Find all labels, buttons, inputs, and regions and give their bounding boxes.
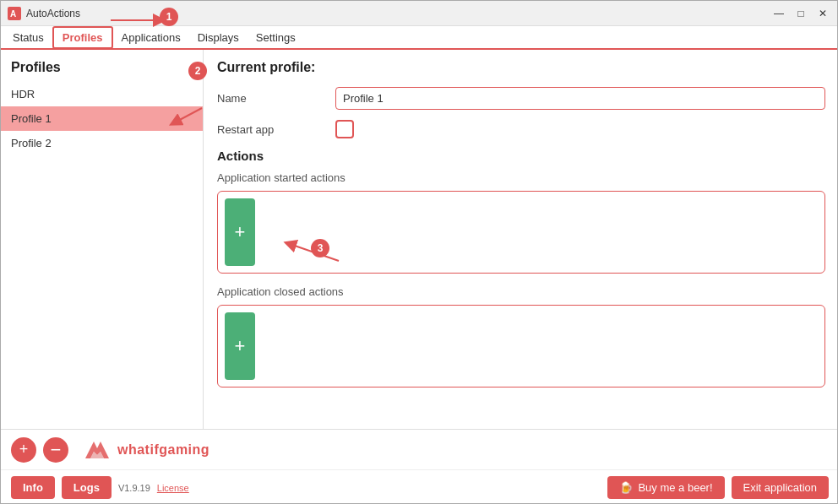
logs-button[interactable]: Logs <box>62 476 112 499</box>
profile-item-profile2[interactable]: Profile 2 <box>1 131 203 155</box>
sidebar: Profiles HDR Profile 1 Profile 2 <box>1 50 204 429</box>
menu-displays[interactable]: Displays <box>189 28 248 47</box>
restart-label: Restart app <box>217 123 335 136</box>
badge-3: 3 <box>311 239 329 257</box>
restart-checkbox[interactable] <box>335 120 354 138</box>
right-panel: Current profile: Name Restart app Action… <box>204 50 838 429</box>
titlebar: A AutoActions — □ ✕ <box>1 1 838 26</box>
restart-checkbox-wrapper <box>335 120 354 138</box>
app-icon: A <box>8 7 21 20</box>
started-actions-box: + <box>217 191 825 274</box>
profile-item-profile1[interactable]: Profile 1 <box>1 106 203 131</box>
menu-status[interactable]: Status <box>4 28 52 47</box>
logo-area: whatifgaming <box>82 438 210 462</box>
beer-button[interactable]: 🍺 Buy me a beer! <box>607 476 724 499</box>
beer-icon: 🍺 <box>619 481 633 494</box>
started-actions-section: Application started actions + <box>217 171 825 274</box>
minimize-button[interactable]: — <box>770 4 788 23</box>
current-profile-heading: Current profile: <box>217 60 825 75</box>
sidebar-title: Profiles <box>1 57 203 82</box>
footer: Info Logs V1.9.19 License 🍺 Buy me a bee… <box>1 469 838 504</box>
closed-actions-box: + <box>217 305 825 387</box>
closed-actions-label: Application closed actions <box>217 285 825 298</box>
logo-text: whatifgaming <box>117 442 210 458</box>
restart-field-row: Restart app <box>217 120 825 138</box>
menubar: Status Profiles Applications Displays Se… <box>1 26 838 50</box>
logo-icon <box>82 438 112 462</box>
name-label: Name <box>217 92 335 105</box>
bottom-toolbar: + − whatifgaming <box>1 429 838 469</box>
version-text: V1.9.19 <box>118 483 150 493</box>
menu-profiles[interactable]: Profiles <box>52 26 113 49</box>
beer-label: Buy me a beer! <box>638 481 712 494</box>
closed-actions-section: Application closed actions + <box>217 285 825 387</box>
profile-item-hdr[interactable]: HDR <box>1 82 203 106</box>
badge-1: 1 <box>160 8 178 26</box>
footer-left: Info Logs V1.9.19 License <box>11 476 189 499</box>
started-actions-label: Application started actions <box>217 171 825 184</box>
menu-settings[interactable]: Settings <box>248 28 304 47</box>
name-input[interactable] <box>335 87 825 110</box>
add-profile-button[interactable]: + <box>11 437 36 463</box>
svg-text:A: A <box>10 9 16 19</box>
app-title: AutoActions <box>26 8 80 19</box>
add-closed-action-button[interactable]: + <box>225 312 255 380</box>
maximize-button[interactable]: □ <box>792 4 810 23</box>
badge-2: 2 <box>188 62 207 80</box>
main-content: Profiles HDR Profile 1 Profile 2 Current… <box>1 50 838 429</box>
exit-button[interactable]: Exit application <box>732 476 829 499</box>
name-field-row: Name <box>217 87 825 110</box>
info-button[interactable]: Info <box>11 476 55 499</box>
license-link[interactable]: License <box>157 483 189 493</box>
remove-profile-button[interactable]: − <box>43 437 68 463</box>
close-button[interactable]: ✕ <box>814 4 832 23</box>
menu-applications[interactable]: Applications <box>113 28 189 47</box>
add-started-action-button[interactable]: + <box>225 198 255 266</box>
actions-heading: Actions <box>217 149 825 163</box>
footer-right: 🍺 Buy me a beer! Exit application <box>607 476 829 499</box>
